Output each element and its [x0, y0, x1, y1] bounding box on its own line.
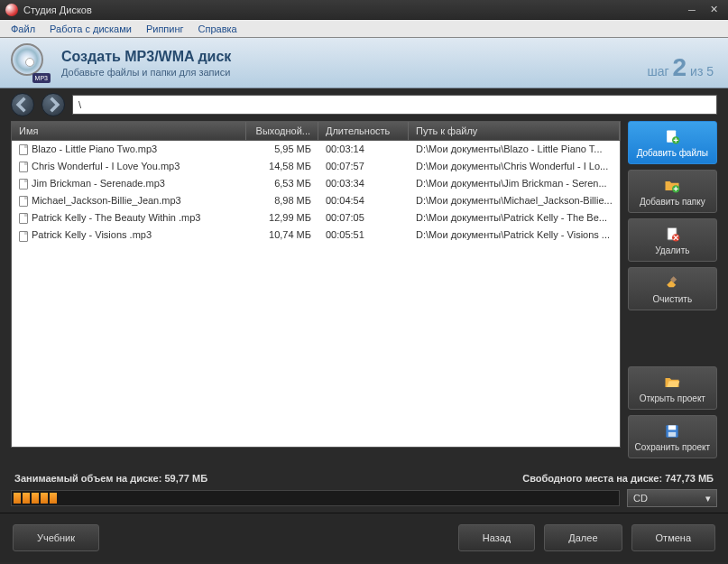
col-path[interactable]: Путь к файлу — [409, 122, 620, 140]
banner: MP3 Создать MP3/WMA диск Добавьте файлы … — [0, 38, 728, 88]
chevron-down-icon: ▾ — [705, 493, 711, 504]
meter-row: CD ▾ — [0, 487, 728, 513]
banner-title: Создать MP3/WMA диск — [61, 49, 231, 65]
titlebar: Студия Дисков ─ ✕ — [0, 0, 728, 20]
add-folder-button[interactable]: Добавить папку — [628, 170, 717, 213]
nav-forward-button[interactable] — [41, 93, 65, 116]
file-list[interactable]: Blazo - Little Piano Two.mp35,95 МБ00:03… — [11, 141, 621, 448]
svg-rect-8 — [668, 431, 676, 436]
delete-button[interactable]: Удалить — [628, 218, 717, 262]
menu-help[interactable]: Справка — [191, 22, 244, 36]
menu-ripping[interactable]: Риппинг — [139, 22, 191, 36]
file-header: Имя Выходной... Длительность Путь к файл… — [11, 121, 621, 141]
menu-discs[interactable]: Работа с дисками — [42, 22, 139, 36]
disc-meter — [11, 490, 620, 506]
next-button[interactable]: Далее — [544, 524, 622, 551]
minimize-button[interactable]: ─ — [683, 4, 701, 16]
table-row[interactable]: Patrick Kelly - The Beauty Within .mp312… — [12, 209, 620, 227]
menu-file[interactable]: Файл — [4, 22, 42, 36]
save-project-button[interactable]: Сохранить проект — [628, 415, 717, 458]
step-indicator: шаг 2 из 5 — [648, 53, 714, 82]
nav-back-button[interactable] — [11, 93, 34, 116]
app-icon — [5, 4, 18, 16]
table-row[interactable]: Chris Wonderful - I Love You.mp314,58 МБ… — [12, 158, 620, 175]
disc-icon: MP3 — [11, 43, 51, 83]
col-size[interactable]: Выходной... — [246, 122, 318, 140]
open-project-button[interactable]: Открыть проект — [628, 366, 717, 410]
back-button[interactable]: Назад — [458, 524, 536, 551]
file-icon — [19, 196, 28, 207]
cancel-button[interactable]: Отмена — [631, 524, 715, 551]
window-title: Студия Дисков — [23, 5, 92, 15]
table-row[interactable]: Michael_Jackson-Billie_Jean.mp38,98 МБ00… — [12, 192, 620, 209]
table-row[interactable]: Patrick Kelly - Visions .mp310,74 МБ00:0… — [12, 227, 620, 244]
status-row: Занимаемый объем на диске: 59,77 МБ Своб… — [0, 469, 728, 487]
sidebar: Добавить файлы Добавить папку Удалить Оч… — [628, 121, 717, 458]
close-button[interactable]: ✕ — [705, 4, 723, 16]
col-duration[interactable]: Длительность — [318, 122, 409, 140]
file-icon — [19, 179, 28, 190]
tutorial-button[interactable]: Учебник — [13, 524, 99, 551]
file-icon — [19, 213, 28, 224]
file-icon — [19, 144, 28, 155]
file-icon — [19, 162, 28, 172]
svg-rect-7 — [668, 425, 676, 430]
disc-type-selector[interactable]: CD ▾ — [627, 489, 717, 507]
nav-row: \ — [0, 88, 728, 121]
col-name[interactable]: Имя — [12, 122, 246, 140]
table-row[interactable]: Jim Brickman - Serenade.mp36,53 МБ00:03:… — [12, 175, 620, 192]
path-input[interactable]: \ — [72, 95, 717, 115]
file-icon — [19, 231, 28, 242]
table-row[interactable]: Blazo - Little Piano Two.mp35,95 МБ00:03… — [12, 141, 620, 158]
clear-button[interactable]: Очистить — [628, 267, 717, 310]
footer: Учебник Назад Далее Отмена — [0, 513, 728, 562]
add-files-button[interactable]: Добавить файлы — [628, 121, 717, 164]
banner-subtitle: Добавьте файлы и папки для записи — [61, 67, 231, 78]
menubar: Файл Работа с дисками Риппинг Справка — [0, 20, 728, 38]
